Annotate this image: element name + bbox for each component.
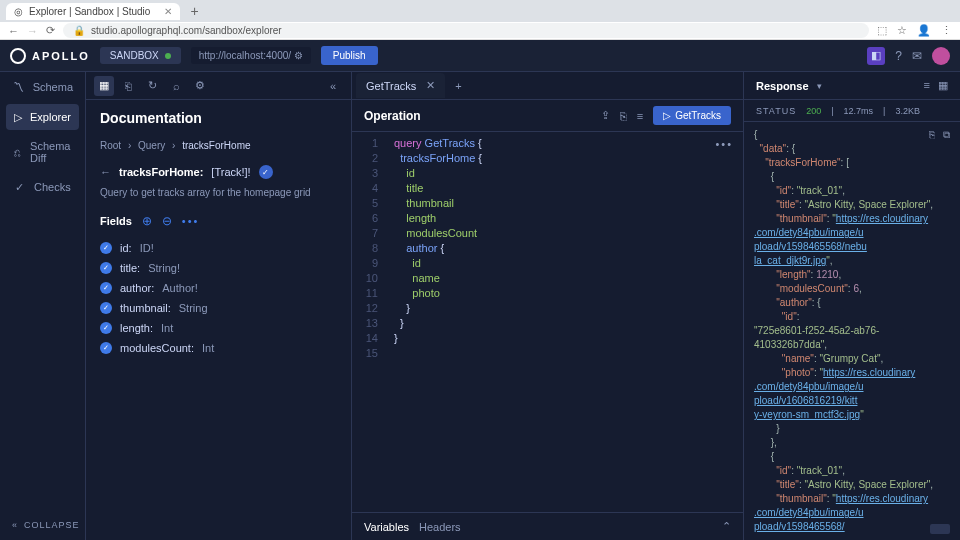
- operation-title: Operation: [364, 109, 421, 123]
- field-row[interactable]: ✓length: Int: [100, 318, 337, 338]
- table-view-icon[interactable]: ▦: [938, 79, 948, 92]
- editor-panel: GetTracks ✕ + Operation ⇪ ⎘ ≡ ▷ GetTrack…: [352, 72, 744, 540]
- close-icon[interactable]: ✕: [164, 6, 172, 17]
- code-editor[interactable]: ••• 123456789101112131415 query GetTrack…: [352, 132, 743, 512]
- url-text: studio.apollographql.com/sandbox/explore…: [91, 25, 282, 36]
- url-input[interactable]: 🔒 studio.apollographql.com/sandbox/explo…: [63, 23, 869, 38]
- breadcrumb-current: tracksForHome: [182, 140, 250, 151]
- gear-icon[interactable]: ⚙: [294, 50, 303, 61]
- field-name: author:: [120, 282, 154, 294]
- notifications-icon[interactable]: ✉: [912, 49, 922, 63]
- field-row[interactable]: ✓thumbnail: String: [100, 298, 337, 318]
- field-row[interactable]: ✓author: Author!: [100, 278, 337, 298]
- history-icon[interactable]: ↻: [142, 76, 162, 96]
- collapse-label: COLLAPSE: [24, 520, 80, 530]
- response-body[interactable]: ⎘ ⧉ { "data": { "tracksForHome": [ { "id…: [744, 122, 960, 540]
- add-tab-button[interactable]: +: [455, 80, 461, 92]
- check-badge-icon[interactable]: ✓: [259, 165, 273, 179]
- field-name: modulesCount:: [120, 342, 194, 354]
- extension-icon[interactable]: ⬚: [877, 24, 887, 37]
- sidebar-item-checks[interactable]: ✓ Checks: [0, 172, 85, 202]
- address-bar: ← → ⟳ 🔒 studio.apollographql.com/sandbox…: [0, 22, 960, 40]
- field-type: String: [179, 302, 208, 314]
- tab-bar: ◎ Explorer | Sandbox | Studio ✕ +: [0, 0, 960, 22]
- scrollbar[interactable]: [930, 524, 950, 534]
- help-icon[interactable]: ?: [895, 49, 902, 63]
- fields-label: Fields: [100, 215, 132, 227]
- more-icon[interactable]: •••: [182, 215, 200, 227]
- lock-icon: 🔒: [73, 25, 85, 36]
- field-checked-icon[interactable]: ✓: [100, 282, 112, 294]
- doc-view-icon[interactable]: ▦: [94, 76, 114, 96]
- field-checked-icon[interactable]: ✓: [100, 242, 112, 254]
- back-arrow-icon[interactable]: ←: [100, 166, 111, 178]
- star-icon[interactable]: ☆: [897, 24, 907, 37]
- chevron-down-icon[interactable]: ▾: [817, 81, 822, 91]
- explorer-icon: ▷: [14, 110, 22, 124]
- collapse-footer-icon[interactable]: ⌃: [722, 520, 731, 533]
- field-row[interactable]: ✓modulesCount: Int: [100, 338, 337, 358]
- apollo-logo[interactable]: APOLLO: [10, 48, 90, 64]
- forward-button[interactable]: →: [27, 25, 38, 37]
- expand-icon[interactable]: ⧉: [943, 128, 950, 142]
- reload-button[interactable]: ⟳: [46, 24, 55, 37]
- menu-icon[interactable]: ⋮: [941, 24, 952, 37]
- variables-tab[interactable]: Variables: [364, 521, 409, 533]
- sidebar-item-schema-diff[interactable]: ⎌ Schema Diff: [0, 132, 85, 172]
- field-row[interactable]: ✓id: ID!: [100, 238, 337, 258]
- line-gutter: 123456789101112131415: [352, 132, 386, 512]
- field-checked-icon[interactable]: ✓: [100, 322, 112, 334]
- collapse-panel-icon[interactable]: «: [323, 76, 343, 96]
- more-options-icon[interactable]: •••: [715, 138, 733, 150]
- editor-tab[interactable]: GetTracks ✕: [356, 73, 445, 98]
- fields-list: ✓id: ID!✓title: String!✓author: Author!✓…: [100, 238, 337, 358]
- doc-title: Documentation: [100, 110, 337, 126]
- tab-favicon: ◎: [14, 6, 23, 17]
- sidebar-item-label: Schema Diff: [30, 140, 73, 164]
- browser-tab[interactable]: ◎ Explorer | Sandbox | Studio ✕: [6, 3, 180, 20]
- announcement-icon[interactable]: ◧: [867, 47, 885, 65]
- selected-field-type: [Track!]!: [211, 166, 250, 178]
- doc-toolbar: ▦ ⎗ ↻ ⌕ ⚙ «: [86, 72, 351, 100]
- graph-url-input[interactable]: http://localhost:4000/ ⚙: [191, 47, 311, 64]
- collapse-all-icon[interactable]: ⊖: [162, 214, 172, 228]
- avatar[interactable]: [932, 47, 950, 65]
- new-tab-button[interactable]: +: [190, 3, 198, 19]
- publish-button[interactable]: Publish: [321, 46, 378, 65]
- field-name: title:: [120, 262, 140, 274]
- breadcrumb-query[interactable]: Query: [138, 140, 165, 151]
- selected-field-name: tracksForHome:: [119, 166, 203, 178]
- back-button[interactable]: ←: [8, 25, 19, 37]
- field-checked-icon[interactable]: ✓: [100, 302, 112, 314]
- field-row[interactable]: ✓title: String!: [100, 258, 337, 278]
- settings-icon[interactable]: ⚙: [190, 76, 210, 96]
- share-icon[interactable]: ⇪: [601, 109, 610, 122]
- field-checked-icon[interactable]: ✓: [100, 342, 112, 354]
- search-icon[interactable]: ⌕: [166, 76, 186, 96]
- json-view-icon[interactable]: ≡: [924, 79, 930, 92]
- sandbox-badge[interactable]: SANDBOX: [100, 47, 181, 64]
- response-size: 3.2KB: [895, 106, 920, 116]
- code-body[interactable]: query GetTracks { tracksForHome { id tit…: [386, 132, 743, 512]
- tab-title: Explorer | Sandbox | Studio: [29, 6, 150, 17]
- sidebar-item-schema[interactable]: 〽 Schema: [0, 72, 85, 102]
- copy-icon[interactable]: ⎘: [929, 128, 935, 142]
- field-checked-icon[interactable]: ✓: [100, 262, 112, 274]
- collapse-sidebar-button[interactable]: « COLLAPSE: [0, 510, 85, 540]
- collapse-icon: «: [12, 520, 18, 530]
- latency: 12.7ms: [844, 106, 874, 116]
- copy-icon[interactable]: ⎘: [620, 110, 627, 122]
- profile-icon[interactable]: 👤: [917, 24, 931, 37]
- run-query-button[interactable]: ▷ GetTracks: [653, 106, 731, 125]
- headers-tab[interactable]: Headers: [419, 521, 461, 533]
- response-header: Response ▾ ≡ ▦: [744, 72, 960, 100]
- sidebar-item-label: Schema: [33, 81, 73, 93]
- breadcrumb-root[interactable]: Root: [100, 140, 121, 151]
- bookmark-icon[interactable]: ⎗: [118, 76, 138, 96]
- prettify-icon[interactable]: ≡: [637, 110, 643, 122]
- expand-all-icon[interactable]: ⊕: [142, 214, 152, 228]
- selected-field-header: ← tracksForHome: [Track!]! ✓: [100, 165, 337, 179]
- close-icon[interactable]: ✕: [426, 79, 435, 92]
- schema-icon: 〽: [12, 80, 25, 94]
- sidebar-item-explorer[interactable]: ▷ Explorer: [6, 104, 79, 130]
